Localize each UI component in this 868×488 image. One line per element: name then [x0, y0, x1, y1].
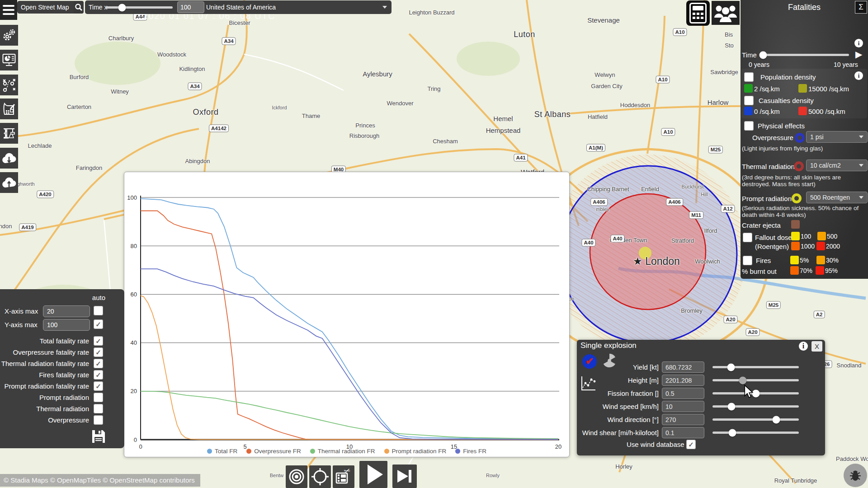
legend-item[interactable]: Thermal radiation FR: [310, 448, 375, 455]
parameter-row: Wind direction [°]270: [577, 414, 825, 426]
series-toggle-checkbox[interactable]: [94, 404, 103, 413]
legend-item[interactable]: Prompt radiation FR: [384, 448, 447, 455]
parameter-knob[interactable]: [728, 403, 736, 410]
parameter-knob[interactable]: [728, 429, 736, 436]
sidebar-download-button[interactable]: [0, 148, 18, 169]
population-button[interactable]: [712, 1, 740, 25]
parameter-knob[interactable]: [739, 376, 746, 384]
x-axis-max-input[interactable]: [43, 305, 90, 317]
series-toggle-checkbox[interactable]: [94, 359, 103, 368]
parameter-slider[interactable]: [712, 405, 799, 408]
series-toggle-label: Total fatality rate: [40, 337, 89, 345]
record-clip-button[interactable]: ✂: [333, 465, 354, 488]
series-toggle-checkbox[interactable]: [94, 381, 103, 391]
series-toggle-checkbox[interactable]: [94, 347, 103, 357]
sidebar-dashboard-button[interactable]: [0, 50, 18, 70]
hamburger-menu-button[interactable]: [0, 0, 17, 20]
play-simulation-button[interactable]: [359, 461, 387, 488]
sidebar-upload-button[interactable]: [0, 172, 18, 193]
save-chart-button[interactable]: [90, 427, 108, 446]
parameter-slider[interactable]: [712, 366, 799, 368]
y-axis-auto-checkbox[interactable]: [94, 319, 103, 329]
time-max-label: 10 years: [834, 61, 858, 68]
sidebar-strategy-button[interactable]: [0, 75, 18, 95]
fatalities-time-slider[interactable]: [760, 54, 849, 56]
legend-item[interactable]: Overpressure FR: [246, 448, 301, 455]
parameter-input[interactable]: 680.7232: [662, 361, 704, 373]
physical-effects-checkbox[interactable]: [744, 121, 754, 131]
fires-checkbox[interactable]: [743, 256, 752, 265]
calculator-button[interactable]: [686, 0, 710, 26]
parameter-input[interactable]: 0.1: [662, 427, 704, 438]
strategy-icon: [2, 78, 16, 92]
legend-label: Fires FR: [463, 448, 486, 455]
parameter-knob[interactable]: [727, 363, 735, 371]
parameter-label: Wind speed [km/h]: [603, 403, 659, 410]
casualties-max-label: 5000 /sq.km: [808, 108, 845, 115]
prompt-ring-icon[interactable]: [792, 193, 802, 203]
legend-item[interactable]: Total FR: [207, 448, 237, 455]
overpressure-ring-icon[interactable]: [795, 133, 805, 143]
search-icon: [75, 3, 83, 11]
series-toggle-checkbox[interactable]: [94, 370, 103, 380]
svg-text:0: 0: [134, 436, 137, 443]
map-style-select[interactable]: Open Street Map: [17, 1, 80, 14]
fatalities-time-knob[interactable]: [759, 51, 767, 59]
sidebar-settings-button[interactable]: [0, 25, 18, 46]
fallout-dose-checkbox[interactable]: [743, 233, 752, 242]
sidebar-planning-button[interactable]: [0, 99, 18, 119]
sum-button[interactable]: Σ: [855, 1, 867, 14]
play-time-button[interactable]: ▶: [855, 49, 862, 60]
sidebar-construction-button[interactable]: [0, 123, 18, 144]
population-density-checkbox[interactable]: [744, 72, 754, 82]
prompt-select[interactable]: 500 Roentgen: [806, 192, 868, 203]
center-target-button[interactable]: [309, 465, 331, 488]
people-icon: [713, 3, 738, 23]
population-density-label: Population density: [760, 73, 816, 81]
parameter-knob[interactable]: [773, 416, 780, 423]
parameter-slider[interactable]: [712, 418, 799, 421]
x-axis-auto-checkbox[interactable]: [94, 306, 103, 315]
series-toggle-checkbox[interactable]: [94, 393, 103, 402]
parameter-input[interactable]: 2201.208: [662, 375, 704, 386]
time-info-icon[interactable]: i: [854, 39, 863, 47]
parameter-slider[interactable]: [712, 432, 799, 434]
country-select[interactable]: United States of America: [202, 0, 392, 14]
parameter-slider[interactable]: [712, 379, 799, 381]
population-info-icon[interactable]: i: [854, 71, 863, 80]
time-multiplier-slider[interactable]: [106, 6, 173, 9]
close-button[interactable]: X: [811, 341, 822, 352]
explosion-info-icon[interactable]: i: [799, 342, 808, 351]
parameter-row: Wind shear [mi/h-kilofoot]0.1: [577, 427, 825, 439]
thermal-select[interactable]: 10 cal/cm2: [806, 160, 868, 171]
y-axis-max-input[interactable]: [43, 319, 90, 331]
parameter-input[interactable]: 270: [662, 414, 704, 425]
map-style-value: Open Street Map: [21, 4, 69, 11]
fires-label: Fires: [756, 257, 771, 264]
explosion-radii-overlay[interactable]: [560, 166, 737, 343]
wind-db-checkbox[interactable]: [686, 440, 696, 449]
parameter-knob[interactable]: [752, 389, 760, 397]
search-button[interactable]: [74, 1, 84, 14]
series-toggle-checkbox[interactable]: [94, 336, 103, 346]
time-multiplier-knob[interactable]: [118, 4, 126, 11]
level-swatch: [791, 242, 800, 250]
parameter-slider[interactable]: [712, 392, 799, 394]
legend-label: Total FR: [215, 448, 237, 455]
casualties-density-checkbox[interactable]: [744, 96, 754, 105]
record-ground-zero-button[interactable]: [286, 465, 307, 488]
overpressure-select[interactable]: 1 psi: [806, 131, 868, 143]
level-swatch: [816, 242, 825, 250]
bug-report-button[interactable]: [844, 464, 867, 487]
level-label: 2000: [826, 243, 840, 250]
level-label: 30%: [826, 257, 839, 264]
series-toggle-checkbox[interactable]: [94, 415, 103, 425]
time-multiplier-input[interactable]: 100: [177, 1, 204, 13]
parameter-input[interactable]: 0.5: [662, 388, 704, 399]
legend-item[interactable]: Fires FR: [455, 448, 486, 455]
casualties-max-swatch: [798, 107, 807, 115]
skip-next-button[interactable]: [392, 465, 417, 488]
parameter-input[interactable]: 10: [662, 401, 704, 412]
series-toggle-row: Prompt radiation: [0, 392, 124, 404]
thermal-ring-icon[interactable]: [794, 161, 804, 171]
